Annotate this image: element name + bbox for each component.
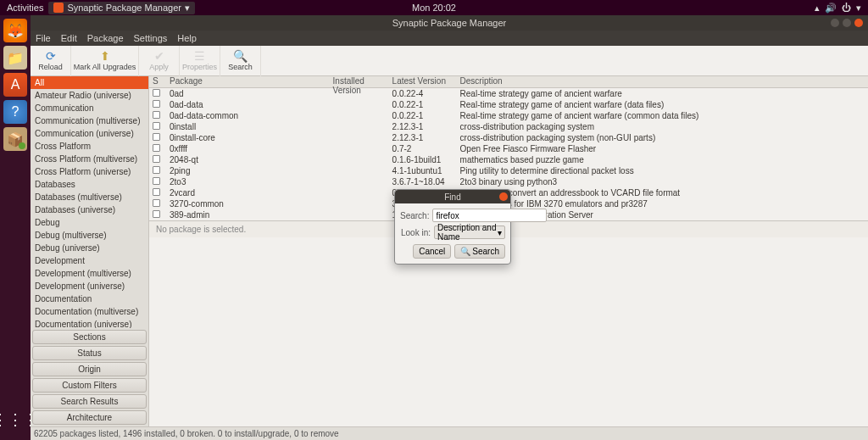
synaptic-icon [53, 3, 64, 13]
category-item[interactable]: Databases (universe) [31, 203, 148, 216]
reload-icon: ⟳ [46, 50, 56, 62]
find-dialog-titlebar: Find [395, 190, 510, 203]
search-icon: 🔍 [233, 50, 248, 62]
package-name: 0ad-data-common [166, 111, 333, 120]
package-description: cross-distribution packaging system [460, 122, 868, 131]
package-row[interactable]: 0install-core2.12.3-1cross-distribution … [149, 132, 868, 143]
package-checkbox[interactable] [149, 100, 166, 109]
category-item[interactable]: Cross Platform (universe) [31, 165, 148, 178]
package-checkbox[interactable] [149, 188, 166, 198]
package-description: Real-time strategy game of ancient warfa… [460, 89, 868, 98]
chevron-down-icon[interactable]: ▾ [856, 3, 861, 14]
help-launcher-icon[interactable]: ? [3, 100, 27, 124]
origin-button[interactable]: Origin [32, 362, 147, 376]
category-item[interactable]: Communication [31, 102, 148, 114]
category-item[interactable]: Documentation [31, 292, 148, 305]
col-installed[interactable]: Installed Version [333, 76, 392, 87]
package-checkbox[interactable] [149, 122, 166, 131]
activities-button[interactable]: Activities [7, 3, 43, 13]
search-results-button[interactable]: Search Results [32, 394, 147, 409]
category-list[interactable]: AllAmateur Radio (universe)Communication… [31, 76, 148, 328]
find-cancel-button[interactable]: Cancel [413, 244, 451, 259]
category-item[interactable]: Cross Platform [31, 140, 148, 153]
menubar: File Edit Package Settings Help [31, 31, 868, 46]
find-lookin-select[interactable]: Description and Name ▾ [434, 226, 505, 239]
col-package[interactable]: Package [166, 76, 333, 87]
category-item[interactable]: Databases [31, 178, 148, 191]
col-latest[interactable]: Latest Version [392, 76, 460, 87]
close-button[interactable] [854, 19, 863, 27]
package-checkbox[interactable] [149, 210, 166, 220]
status-button[interactable]: Status [32, 346, 147, 360]
toolbar: ⟳Reload ⬆Mark All Upgrades ✔Apply ☰Prope… [31, 46, 868, 76]
clock[interactable]: Mon 20:02 [412, 3, 456, 13]
category-item[interactable]: Communication (universe) [31, 127, 148, 140]
category-item[interactable]: Databases (multiverse) [31, 191, 148, 203]
search-button[interactable]: 🔍Search [220, 46, 261, 76]
mark-all-upgrades-button[interactable]: ⬆Mark All Upgrades [71, 46, 139, 76]
package-row[interactable]: 2to33.6.7-1~18.042to3 binary using pytho… [149, 176, 868, 187]
package-row[interactable]: 0xffff0.7-2Open Free Fiasco Firmware Fla… [149, 143, 868, 154]
dock: 🦊 📁 A ? 📦 ⋮⋮⋮ [0, 15, 31, 440]
package-checkbox[interactable] [149, 177, 166, 187]
package-checkbox[interactable] [149, 89, 166, 98]
chevron-down-icon: ▾ [185, 3, 190, 14]
category-item[interactable]: Development (multiverse) [31, 267, 148, 280]
firefox-launcher-icon[interactable]: 🦊 [3, 19, 27, 42]
upgrade-icon: ⬆ [100, 50, 110, 62]
minimize-button[interactable] [831, 19, 839, 27]
package-checkbox[interactable] [149, 144, 166, 153]
package-row[interactable]: 2ping4.1-1ubuntu1Ping utility to determi… [149, 165, 868, 176]
category-item[interactable]: Amateur Radio (universe) [31, 89, 148, 102]
category-item[interactable]: Cross Platform (multiverse) [31, 153, 148, 165]
package-row[interactable]: 0ad-data-common0.0.22-1Real-time strateg… [149, 110, 868, 121]
maximize-button[interactable] [843, 19, 851, 27]
package-checkbox[interactable] [149, 133, 166, 142]
category-item[interactable]: Communication (multiverse) [31, 114, 148, 127]
package-row[interactable]: 0ad-data0.0.22-1Real-time strategy game … [149, 99, 868, 110]
files-launcher-icon[interactable]: 📁 [3, 46, 27, 70]
category-item[interactable]: Development (universe) [31, 280, 148, 292]
find-search-button[interactable]: 🔍Search [454, 244, 505, 259]
menu-edit[interactable]: Edit [61, 33, 77, 43]
package-row[interactable]: 2048-qt0.1.6-1build1mathematics based pu… [149, 154, 868, 165]
col-status[interactable]: S [149, 76, 166, 87]
package-name: 2ping [166, 166, 333, 175]
package-checkbox[interactable] [149, 199, 166, 209]
menu-settings[interactable]: Settings [134, 33, 168, 43]
find-close-button[interactable] [499, 192, 508, 201]
show-apps-icon[interactable]: ⋮⋮⋮ [3, 408, 27, 432]
category-item[interactable]: Debug (multiverse) [31, 229, 148, 242]
volume-icon[interactable]: 🔊 [825, 3, 837, 14]
category-item[interactable]: Debug (universe) [31, 242, 148, 254]
reload-button[interactable]: ⟳Reload [31, 46, 71, 76]
sections-button[interactable]: Sections [32, 330, 147, 344]
custom-filters-button[interactable]: Custom Filters [32, 378, 147, 393]
category-item[interactable]: All [31, 76, 148, 89]
synaptic-launcher-icon[interactable]: 📦 [3, 127, 27, 151]
power-icon[interactable]: ⏻ [842, 3, 851, 13]
menu-package[interactable]: Package [87, 33, 124, 43]
category-item[interactable]: Development [31, 254, 148, 267]
find-search-label: Search: [400, 211, 429, 220]
category-item[interactable]: Documentation (universe) [31, 318, 148, 328]
col-description[interactable]: Description [460, 76, 868, 87]
category-item[interactable]: Documentation (multiverse) [31, 305, 148, 318]
network-icon[interactable]: ▴ [815, 3, 820, 14]
package-row[interactable]: 0install2.12.3-1cross-distribution packa… [149, 121, 868, 132]
package-name: 0xffff [166, 144, 333, 153]
app-menu[interactable]: Synaptic Package Manager ▾ [48, 2, 195, 14]
package-checkbox[interactable] [149, 155, 166, 164]
architecture-button[interactable]: Architecture [32, 410, 147, 425]
package-description: Real-time strategy game of ancient warfa… [460, 111, 868, 120]
software-launcher-icon[interactable]: A [3, 73, 27, 97]
find-search-input[interactable] [432, 209, 547, 222]
package-description: Ping utility to determine directional pa… [460, 166, 868, 175]
package-checkbox[interactable] [149, 111, 166, 120]
menu-file[interactable]: File [36, 33, 51, 43]
category-item[interactable]: Debug [31, 216, 148, 229]
package-row[interactable]: 0ad0.0.22-4Real-time strategy game of an… [149, 88, 868, 99]
menu-help[interactable]: Help [177, 33, 197, 43]
package-checkbox[interactable] [149, 166, 166, 175]
package-description: Real-time strategy game of ancient warfa… [460, 100, 868, 109]
